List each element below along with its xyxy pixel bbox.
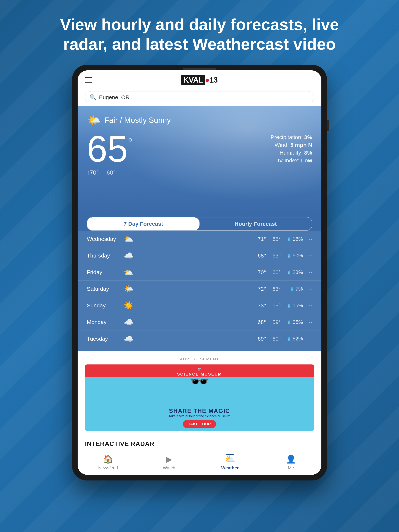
table-row[interactable]: Thursday ☁️ 68° 63° 50% ··· (78, 247, 321, 264)
active-indicator (226, 454, 234, 455)
person-icon: 👤 (286, 454, 296, 464)
ad-bottom: 🕶️ SHARE THE MAGIC Take a virtual tour o… (85, 377, 314, 431)
search-input[interactable]: Eugene, OR (99, 94, 129, 101)
tab-7day[interactable]: 7 Day Forecast (87, 217, 200, 230)
day-weather-icon: 🌤️ (124, 284, 251, 293)
day-name: Thursday (87, 253, 124, 259)
high-temp: ↑70° (87, 169, 99, 176)
day-weather-icon: ☁️ (124, 317, 251, 327)
museum-icon: ⚗️ (197, 368, 202, 372)
nav-label-newsfeed: Newsfeed (98, 465, 118, 470)
weather-condition-icon: 🌤️ (87, 114, 101, 127)
day-precip: 18% (281, 236, 303, 242)
day-low: 60° (266, 336, 281, 342)
day-precip: 35% (281, 319, 303, 325)
day-low: 60° (266, 269, 281, 275)
nav-item-watch[interactable]: ▶ Watch (139, 454, 200, 470)
table-row[interactable]: Sunday ☀️ 73° 65° 15% ··· (78, 297, 321, 314)
search-bar-container: 🔍 Eugene, OR (78, 88, 321, 106)
nav-label-me: Me (288, 465, 294, 470)
app-header: KVAL●13 (78, 70, 321, 88)
day-weather-icon: ⛅ (124, 268, 251, 277)
day-weather-icon: ☁️ (124, 334, 251, 343)
day-high: 68° (251, 319, 266, 325)
logo-dot: ● (205, 76, 209, 84)
table-row[interactable]: Monday ☁️ 68° 59° 35% ··· (78, 314, 321, 330)
temperature-value: 65 (87, 130, 128, 167)
hamburger-menu[interactable] (85, 77, 92, 82)
tab-hourly[interactable]: Hourly Forecast (200, 217, 312, 230)
wind-detail: Wind: 5 mph N (271, 142, 312, 148)
degree-symbol: ° (128, 136, 132, 149)
table-row[interactable]: Tuesday ☁️ 69° 60° 52% ··· (78, 330, 321, 347)
day-high: 73° (251, 302, 266, 309)
low-temp: ↓60° (104, 169, 115, 176)
precipitation-detail: Precipitation: 3% (271, 134, 312, 140)
forecast-list: Wednesday ⛅ 71° 65° 18% ··· Thursday ☁️ … (78, 231, 321, 351)
day-more[interactable]: ··· (303, 235, 312, 242)
weather-hero: 🌤️ Fair / Mostly Sunny 65 ° ↑70° ↓60° (78, 106, 321, 213)
day-name: Monday (87, 319, 124, 325)
day-weather-icon: ☀️ (124, 301, 251, 310)
weather-nav-icon: ⛅ (225, 454, 235, 464)
forecast-tabs: 7 Day Forecast Hourly Forecast (87, 217, 312, 231)
logo-num: 13 (209, 76, 218, 84)
day-weather-icon: ⛅ (124, 234, 251, 243)
day-more[interactable]: ··· (303, 319, 312, 325)
day-precip: 50% (281, 253, 303, 259)
day-name: Friday (87, 269, 124, 275)
day-precip: 23% (281, 269, 303, 275)
radar-title: INTERACTIVE RADAR (85, 440, 314, 447)
day-more[interactable]: ··· (303, 252, 312, 259)
uv-detail: UV Index: Low (271, 157, 312, 164)
nav-label-weather: Weather (221, 465, 239, 470)
day-low: 63° (266, 253, 281, 259)
hi-lo-row: ↑70° ↓60° (87, 169, 132, 176)
day-low: 59° (266, 319, 281, 325)
ad-section: ADVERTISEMENT ⚗️ SCIENCE MUSEUM 🕶️ SHARE… (78, 351, 321, 437)
humidity-detail: Humidity: 8% (271, 150, 312, 156)
ad-subtitle: Take a virtual tour of the Science Museu… (168, 414, 230, 418)
forecast-tabs-section: 7 Day Forecast Hourly Forecast (78, 213, 321, 231)
day-more[interactable]: ··· (303, 285, 312, 292)
bottom-nav: 🏠 Newsfeed ▶ Watch ⛅ Weather 👤 Me (78, 451, 321, 475)
main-temperature: 65 ° (87, 130, 132, 167)
day-low: 65° (266, 302, 281, 309)
day-name: Saturday (87, 286, 124, 292)
day-precip: 52% (281, 336, 303, 342)
day-high: 69° (251, 336, 266, 342)
radar-section: INTERACTIVE RADAR (78, 437, 321, 451)
temp-row: 65 ° ↑70° ↓60° Precipitation: 3% Wind: 5… (87, 130, 312, 176)
day-name: Wednesday (87, 236, 124, 242)
logo-kval: KVAL (181, 75, 205, 85)
search-icon: 🔍 (90, 94, 96, 101)
app-logo: KVAL●13 (181, 76, 218, 84)
ad-share-text: SHARE THE MAGIC (169, 407, 230, 414)
day-precip: 15% (281, 303, 303, 309)
search-input-wrapper[interactable]: 🔍 Eugene, OR (85, 91, 314, 103)
day-high: 72° (251, 286, 266, 292)
home-icon: 🏠 (103, 454, 113, 464)
nav-label-watch: Watch (163, 465, 175, 470)
day-low: 63° (266, 286, 281, 292)
day-weather-icon: ☁️ (124, 251, 251, 260)
tablet-side-button (327, 120, 329, 131)
tablet-frame: KVAL●13 🔍 Eugene, OR 🌤️ Fair / Mostly Su… (72, 65, 327, 481)
table-row[interactable]: Wednesday ⛅ 71° 65° 18% ··· (78, 231, 321, 247)
day-more[interactable]: ··· (303, 302, 312, 309)
play-icon: ▶ (166, 454, 172, 464)
ad-banner[interactable]: ⚗️ SCIENCE MUSEUM 🕶️ SHARE THE MAGIC Tak… (85, 364, 314, 431)
condition-row: 🌤️ Fair / Mostly Sunny (87, 114, 312, 127)
day-more[interactable]: ··· (303, 269, 312, 276)
glasses-icon: 🕶️ (190, 373, 209, 390)
day-high: 71° (251, 236, 266, 242)
table-row[interactable]: Friday ⛅ 70° 60° 23% ··· (78, 264, 321, 281)
page-header: View hourly and daily forecasts, live ra… (33, 0, 366, 65)
day-more[interactable]: ··· (303, 335, 312, 342)
take-tour-button[interactable]: TAKE TOUR (183, 420, 216, 428)
table-row[interactable]: Saturday 🌤️ 72° 63° 7% ··· (78, 281, 321, 297)
nav-item-me[interactable]: 👤 Me (260, 454, 321, 470)
nav-item-weather[interactable]: ⛅ Weather (200, 454, 260, 470)
nav-item-newsfeed[interactable]: 🏠 Newsfeed (78, 454, 139, 470)
condition-text: Fair / Mostly Sunny (104, 116, 171, 125)
